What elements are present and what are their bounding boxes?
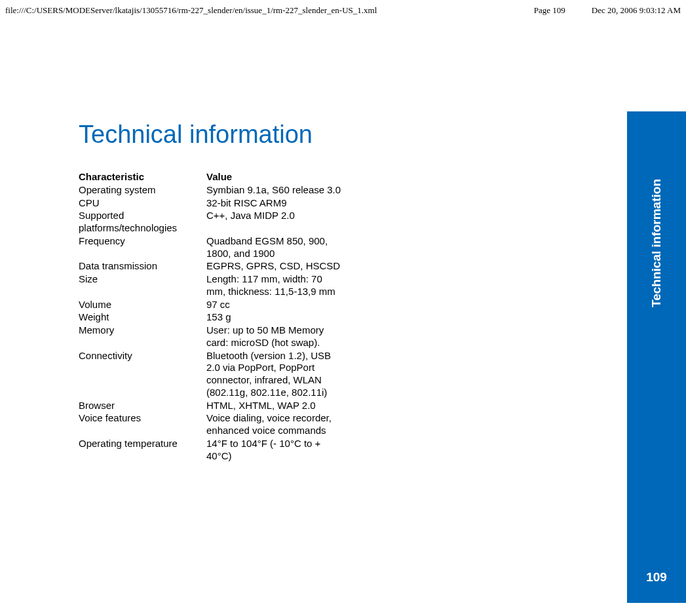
spec-label: Supported platforms/technologies (79, 210, 206, 235)
spec-label: CPU (79, 197, 206, 210)
side-tab-page-number: 109 (627, 570, 686, 585)
table-row: Volume97 cc (79, 299, 344, 312)
spec-value: Symbian 9.1a, S60 release 3.0 (206, 184, 344, 197)
table-row: BrowserHTML, XHTML, WAP 2.0 (79, 400, 344, 413)
spec-label: Data transmission (79, 260, 206, 273)
spec-value: 14°F to 104°F (- 10°C to + 40°C) (206, 438, 344, 463)
spec-table: Characteristic Value Operating systemSym… (79, 171, 344, 463)
spec-value: 153 g (206, 311, 344, 324)
spec-label: Memory (79, 324, 206, 350)
spec-value: EGPRS, GPRS, CSD, HSCSD (206, 260, 344, 273)
spec-value: User: up to 50 MB Memory card: microSD (… (206, 324, 344, 350)
spec-value: Quadband EGSM 850, 900, 1800, and 1900 (206, 235, 344, 261)
header-right-group: Page 109 Dec 20, 2006 9:03:12 AM (534, 5, 681, 16)
table-row: MemoryUser: up to 50 MB Memory card: mic… (79, 324, 344, 350)
table-row: Voice featuresVoice dialing, voice recor… (79, 412, 344, 438)
file-path: file:///C:/USERS/MODEServer/lkatajis/130… (5, 5, 377, 16)
table-row: Supported platforms/technologiesC++, Jav… (79, 210, 344, 235)
page-indicator: Page 109 (534, 5, 565, 16)
table-header-characteristic: Characteristic (79, 171, 206, 184)
side-tab-label: Technical information (649, 179, 664, 307)
spec-label: Volume (79, 299, 206, 312)
page-body: Technical information Characteristic Val… (0, 16, 686, 463)
spec-label: Browser (79, 400, 206, 413)
table-row: ConnectivityBluetooth (version 1.2), USB… (79, 350, 344, 400)
spec-value: C++, Java MIDP 2.0 (206, 210, 344, 235)
page-title: Technical information (79, 121, 686, 149)
spec-value: Voice dialing, voice recorder, enhanced … (206, 412, 344, 438)
print-header: file:///C:/USERS/MODEServer/lkatajis/130… (0, 0, 686, 16)
table-row: Weight153 g (79, 311, 344, 324)
table-header-row: Characteristic Value (79, 171, 344, 184)
spec-value: Bluetooth (version 1.2), USB 2.0 via Pop… (206, 350, 344, 400)
table-row: Operating systemSymbian 9.1a, S60 releas… (79, 184, 344, 197)
timestamp: Dec 20, 2006 9:03:12 AM (592, 5, 681, 16)
spec-label: Connectivity (79, 350, 206, 400)
table-row: FrequencyQuadband EGSM 850, 900, 1800, a… (79, 235, 344, 261)
table-row: Data transmissionEGPRS, GPRS, CSD, HSCSD (79, 260, 344, 273)
table-header-value: Value (206, 171, 344, 184)
spec-value: HTML, XHTML, WAP 2.0 (206, 400, 344, 413)
spec-label: Weight (79, 311, 206, 324)
table-row: CPU32-bit RISC ARM9 (79, 197, 344, 210)
spec-label: Size (79, 273, 206, 299)
spec-value: 32-bit RISC ARM9 (206, 197, 344, 210)
spec-label: Operating temperature (79, 438, 206, 463)
side-tab: Technical information 109 (627, 111, 686, 603)
spec-value: Length: 117 mm, width: 70 mm, thickness:… (206, 273, 344, 299)
spec-label: Frequency (79, 235, 206, 261)
table-row: Operating temperature14°F to 104°F (- 10… (79, 438, 344, 463)
table-row: SizeLength: 117 mm, width: 70 mm, thickn… (79, 273, 344, 299)
spec-value: 97 cc (206, 299, 344, 312)
spec-label: Voice features (79, 412, 206, 438)
spec-label: Operating system (79, 184, 206, 197)
